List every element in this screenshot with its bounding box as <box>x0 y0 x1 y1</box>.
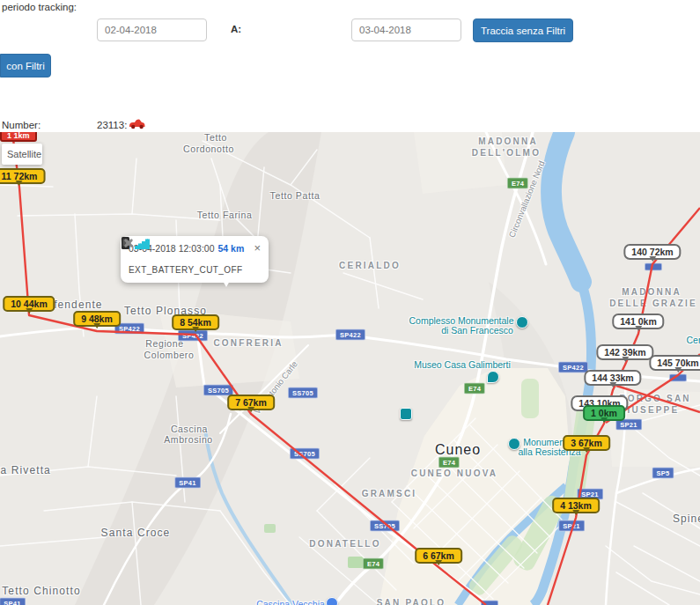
satellite-map-type-button[interactable]: Satellite <box>2 144 42 165</box>
traccia-senza-filtri-button[interactable]: Traccia senza Filtri <box>473 18 573 42</box>
distance-marker[interactable]: 140 72km <box>623 244 681 260</box>
popup-distance: 54 km <box>218 243 245 254</box>
distance-marker[interactable]: 10 44km <box>3 296 55 312</box>
distance-marker[interactable]: 9 48km <box>73 311 121 327</box>
distance-marker[interactable]: 6 67km <box>415 548 462 564</box>
distance-marker[interactable]: 8 54km <box>172 314 219 330</box>
distance-marker[interactable]: 3 67km <box>563 435 610 451</box>
distance-marker[interactable]: 145 70km <box>649 355 700 371</box>
number-label: Number: <box>2 120 41 130</box>
distance-marker[interactable]: 7 67km <box>227 395 275 410</box>
top-event-badge[interactable]: 1 1km <box>0 132 37 142</box>
period-tracking-label: periodo tracking: <box>2 2 77 12</box>
distance-marker[interactable]: 11 72km <box>0 168 45 184</box>
number-value: 23113: <box>97 120 127 130</box>
tracking-app-screen: { "header": { "period_label": "periodo t… <box>0 0 700 605</box>
date-to-input[interactable] <box>351 18 461 41</box>
track-point-popup: 03-04-2018 12:03:00 54 km × <box>121 236 269 283</box>
traccia-con-filtri-button[interactable]: con Filtri <box>0 54 51 77</box>
distance-marker[interactable]: 144 33km <box>584 370 641 386</box>
distance-marker[interactable]: 1 0km <box>583 405 625 421</box>
red-car-icon <box>129 117 145 133</box>
date-from-input[interactable] <box>97 18 207 41</box>
map-marker-layer: 140 72km141 0km142 39km144 33km145 70km1… <box>0 132 700 605</box>
distance-marker[interactable]: 142 39km <box>596 344 653 360</box>
popup-close-icon[interactable]: × <box>248 244 261 253</box>
date-separator-label: A: <box>231 24 241 34</box>
distance-marker[interactable]: 4 13km <box>552 498 600 513</box>
tracking-map[interactable]: TettoCordonottoTetto PattaTetto FarinaMA… <box>0 132 700 605</box>
distance-marker[interactable]: 141 0km <box>612 314 664 329</box>
popup-event-text: EXT_BATTERY_CUT_OFF <box>129 265 261 275</box>
